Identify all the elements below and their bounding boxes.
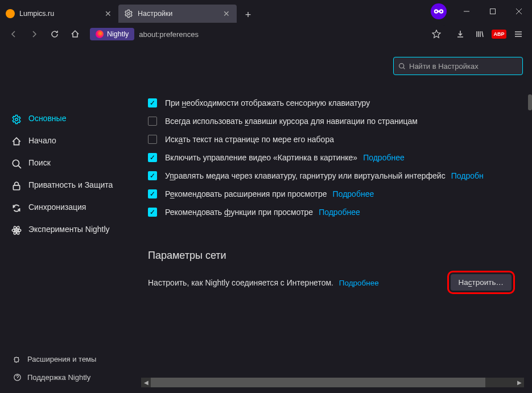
svg-rect-13 (13, 185, 19, 190)
scroll-left-arrow[interactable]: ◀ (141, 378, 151, 387)
bookmark-star-icon[interactable] (427, 25, 446, 43)
sidebar-extensions[interactable]: Расширения и темы (6, 350, 131, 368)
network-row: Настроить, как Nightly соединяется с Инт… (148, 271, 532, 294)
url-text: about:preferences (139, 30, 427, 39)
gear-icon (11, 114, 22, 125)
url-badge: Nightly (90, 28, 134, 40)
checkbox[interactable]: ✓ (148, 98, 157, 107)
close-button[interactable] (506, 0, 532, 23)
tab-label: Настройки (138, 10, 222, 18)
sidebar-label: Синхронизация (28, 202, 86, 213)
learn-more-link[interactable]: Подробнее (319, 208, 360, 217)
learn-more-link[interactable]: Подробнее (333, 189, 374, 198)
tab-lumpics[interactable]: Lumpics.ru ✕ (0, 5, 118, 23)
toolbar-right: ABP (451, 25, 527, 43)
checkbox-row: ✓Рекомендовать функции при просмотреПодр… (148, 203, 532, 221)
checkbox-label[interactable]: Рекомендовать функции при просмотре (165, 208, 313, 217)
content: Найти в Настройках Основные Начало Поиск (0, 45, 532, 393)
sidebar-label: Поиск (28, 158, 51, 168)
network-settings-button[interactable]: Настроить… (451, 274, 512, 291)
checkbox[interactable]: ✓ (148, 189, 157, 198)
checkbox[interactable] (148, 117, 157, 126)
network-desc: Настроить, как Nightly соединяется с Инт… (148, 278, 333, 287)
svg-point-4 (435, 11, 437, 13)
sidebar-item-privacy[interactable]: Приватность и Защита (6, 175, 131, 197)
search-input[interactable]: Найти в Настройках (393, 57, 523, 75)
download-icon[interactable] (451, 25, 469, 43)
back-button[interactable] (5, 25, 23, 43)
learn-more-link[interactable]: Подробн (451, 171, 484, 180)
search-icon (11, 159, 22, 169)
tab-label: Lumpics.ru (19, 10, 104, 18)
sidebar-label: Поддержка Nightly (27, 373, 90, 382)
svg-point-5 (440, 11, 442, 13)
sidebar-support[interactable]: Поддержка Nightly (6, 368, 131, 386)
learn-more-link[interactable]: Подробнее (363, 153, 405, 162)
vertical-scrollbar[interactable] (528, 91, 532, 376)
atom-icon (11, 225, 22, 235)
minimize-button[interactable] (453, 0, 480, 23)
menu-icon[interactable] (509, 25, 527, 43)
checkbox-label[interactable]: Искать текст на странице по мере его наб… (165, 135, 334, 144)
horizontal-scrollbar[interactable]: ◀ ▶ (141, 378, 524, 387)
svg-point-10 (399, 63, 404, 68)
close-icon[interactable]: ✕ (222, 9, 231, 18)
checkbox-row: ✓Управлять медиа через клавиатуру, гарни… (148, 167, 532, 185)
gear-icon (124, 9, 133, 18)
reload-button[interactable] (46, 25, 64, 43)
home-button[interactable] (66, 25, 84, 43)
checkbox-row: Искать текст на странице по мере его наб… (148, 130, 532, 148)
sidebar-item-sync[interactable]: Синхронизация (6, 197, 131, 219)
checkbox-label[interactable]: Рекомендовать расширения при просмотре (165, 189, 327, 198)
sidebar-label: Расширения и темы (27, 355, 96, 363)
learn-more-link[interactable]: Подробнее (339, 279, 379, 287)
sidebar-item-search[interactable]: Поиск (6, 152, 131, 175)
forward-button[interactable] (25, 25, 43, 43)
checkbox-label[interactable]: Включить управление видео «Картинка в ка… (165, 153, 357, 162)
sidebar-label: Основные (28, 114, 66, 124)
url-bar[interactable]: Nightly about:preferences (90, 25, 446, 43)
extension-badge-icon[interactable] (431, 3, 447, 19)
svg-point-0 (127, 13, 130, 15)
sidebar: Основные Начало Поиск Приватность и Защи… (0, 45, 137, 393)
sidebar-label: Начало (28, 136, 56, 146)
sidebar-label: Приватность и Защита (28, 180, 113, 191)
svg-point-12 (13, 160, 19, 166)
lock-icon (11, 181, 22, 191)
toolbar: Nightly about:preferences ABP (0, 23, 532, 45)
checkbox-label[interactable]: Управлять медиа через клавиатуру, гарнит… (165, 171, 446, 180)
library-icon[interactable] (471, 25, 489, 43)
help-icon (13, 373, 22, 382)
checkbox-row: ✓Рекомендовать расширения при просмотреП… (148, 185, 532, 203)
scroll-right-arrow[interactable]: ▶ (514, 378, 524, 387)
sidebar-item-home[interactable]: Начало (6, 130, 131, 152)
titlebar: Lumpics.ru ✕ Настройки ✕ + (0, 0, 532, 23)
search-icon (398, 63, 406, 70)
sidebar-item-general[interactable]: Основные (6, 108, 131, 130)
sidebar-item-experiments[interactable]: Эксперименты Nightly (6, 219, 131, 241)
section-network-title: Параметры сети (148, 250, 532, 262)
maximize-button[interactable] (480, 0, 506, 23)
new-tab-button[interactable]: + (240, 7, 256, 23)
checkbox[interactable] (148, 135, 157, 144)
checkbox[interactable]: ✓ (148, 153, 157, 162)
firefox-icon (96, 30, 104, 38)
home-icon (11, 136, 22, 147)
window-controls (453, 0, 532, 23)
sidebar-label: Эксперименты Nightly (28, 225, 110, 235)
window: Lumpics.ru ✕ Настройки ✕ + (0, 0, 532, 393)
checkbox-label[interactable]: При необходимости отображать сенсорную к… (165, 98, 370, 107)
checkbox-label[interactable]: Всегда использовать клавиши курсора для … (165, 117, 418, 126)
abp-icon[interactable]: ABP (490, 25, 508, 43)
checkbox-row: ✓При необходимости отображать сенсорную … (148, 94, 532, 112)
checkbox-row: ✓Включить управление видео «Картинка в к… (148, 148, 532, 167)
puzzle-icon (13, 354, 22, 363)
highlighted-button: Настроить… (447, 271, 515, 294)
checkbox[interactable]: ✓ (148, 171, 157, 180)
tab-strip: Lumpics.ru ✕ Настройки ✕ + (0, 0, 256, 23)
checkbox[interactable]: ✓ (148, 208, 157, 217)
tab-settings[interactable]: Настройки ✕ (118, 5, 237, 23)
svg-rect-7 (490, 9, 496, 14)
checkbox-row: Всегда использовать клавиши курсора для … (148, 112, 532, 130)
close-icon[interactable]: ✕ (104, 9, 113, 18)
